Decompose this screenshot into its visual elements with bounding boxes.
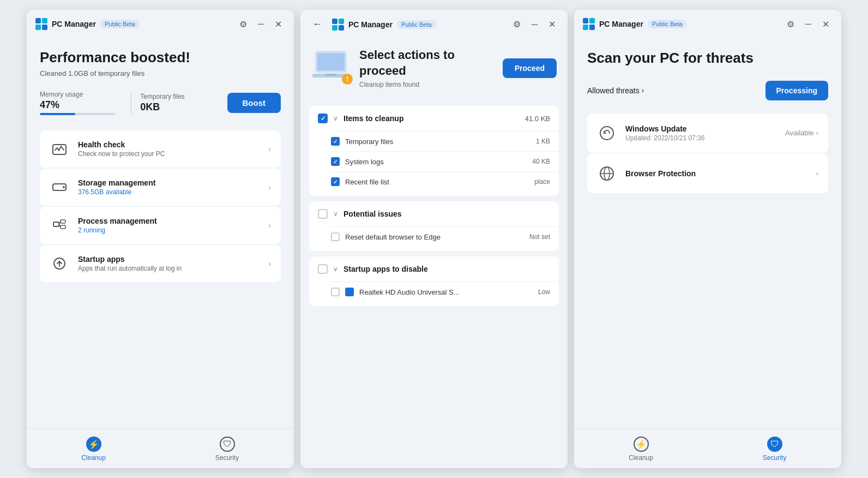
menu-item-storage[interactable]: Storage management 376.5GB available › (40, 169, 281, 206)
win3-footer: ⚡ Cleanup 🛡 Security (574, 428, 841, 468)
titlebar-1: PC Manager Public Beta ⚙ ─ ✕ (27, 10, 294, 38)
startup-subitems: Realtek HD Audio Universal S... Low (309, 282, 559, 306)
system-logs-checkbox[interactable]: ✓ (331, 157, 340, 166)
health-sub: Check now to protect your PC (78, 150, 260, 158)
windows-update-action-text: Available (785, 129, 814, 137)
stat-divider (131, 92, 131, 114)
back-button-2[interactable]: ← (309, 16, 326, 32)
footer-tab-security-1[interactable]: 🛡 Security (160, 429, 294, 468)
sub-item-realtek[interactable]: Realtek HD Audio Universal S... Low (331, 282, 559, 302)
allowed-threats-link[interactable]: Allowed threats › (587, 86, 644, 95)
app-title-1: PC Manager (52, 20, 96, 28)
menu-item-process[interactable]: Process management 2 running › (40, 207, 281, 244)
win2-body: ✓ ∨ Items to cleanup 41.0 KB ✓ Temporary… (300, 99, 568, 468)
section-header-startup[interactable]: ∨ Startup apps to disable (309, 256, 559, 282)
memory-stat: Memory usage 47% (40, 91, 122, 115)
process-text: Process management 2 running (78, 217, 260, 234)
section-header-cleanup[interactable]: ✓ ∨ Items to cleanup 41.0 KB (309, 106, 559, 131)
close-button-3[interactable]: ✕ (819, 17, 833, 32)
browser-reset-checkbox[interactable] (331, 232, 340, 241)
sub-item-system-logs[interactable]: ✓ System logs 40 KB (331, 151, 559, 171)
svg-rect-24 (583, 25, 588, 30)
security-tab-icon-3: 🛡 (767, 437, 782, 452)
close-button-1[interactable]: ✕ (272, 17, 285, 32)
footer-tab-cleanup-3[interactable]: ⚡ Cleanup (574, 429, 708, 468)
sub-item-recent-files[interactable]: ✓ Recent file list place (331, 171, 559, 192)
browser-protection-action: › (816, 169, 818, 177)
minimize-button-2[interactable]: ─ (528, 17, 541, 32)
performance-subtitle: Cleaned 1.0GB of temporary files (40, 69, 281, 77)
realtek-label: Realtek HD Audio Universal S... (359, 288, 533, 296)
minimize-button-3[interactable]: ─ (802, 17, 815, 31)
processing-button[interactable]: Processing (765, 81, 828, 100)
window-1: PC Manager Public Beta ⚙ ─ ✕ Performance… (27, 10, 294, 468)
realtek-size: Low (538, 288, 550, 296)
section-header-issues[interactable]: ∨ Potential issues (309, 201, 559, 226)
cleanup-checkbox[interactable]: ✓ (318, 113, 328, 123)
browser-reset-size: Not set (529, 233, 550, 241)
storage-chevron-icon: › (268, 183, 271, 192)
realtek-checkbox[interactable] (331, 288, 340, 296)
app-title-3: PC Manager (599, 20, 643, 28)
cleanup-tab-icon-3: ⚡ (634, 437, 649, 452)
startup-label: Startup apps to disable (343, 265, 545, 273)
beta-badge-3: Public Beta (648, 20, 687, 28)
temp-files-checkbox[interactable]: ✓ (331, 137, 340, 146)
startup-checkbox[interactable] (318, 264, 328, 274)
svg-rect-15 (339, 19, 344, 24)
sub-item-temp-files[interactable]: ✓ Temporary files 1 KB (331, 131, 559, 151)
win1-content: Performance boosted! Cleaned 1.0GB of te… (27, 38, 294, 428)
menu-item-startup[interactable]: Startup apps Apps that run automatically… (40, 245, 281, 282)
menu-item-health[interactable]: Health check Check now to protect your P… (40, 130, 281, 168)
beta-badge-1: Public Beta (100, 20, 140, 28)
app-logo-2 (332, 19, 344, 31)
settings-button-2[interactable]: ⚙ (510, 17, 524, 32)
memory-bar-fill (40, 113, 75, 115)
cleanup-chevron-icon: ∨ (333, 115, 338, 122)
allowed-threats-text: Allowed threats (587, 86, 640, 95)
windows-update-sub: Updated: 2022/10/21 07:36 (625, 134, 776, 142)
allowed-threats-chevron-icon: › (642, 86, 644, 94)
storage-text: Storage management 376.5GB available (78, 178, 260, 196)
sec-item-windows-update[interactable]: Windows Update Updated: 2022/10/21 07:36… (587, 113, 828, 153)
settings-button-3[interactable]: ⚙ (783, 17, 798, 32)
hero-text: Select actions to proceed Cleanup items … (359, 47, 494, 88)
win3-content: Scan your PC for threats Allowed threats… (574, 38, 841, 428)
memory-label: Memory usage (40, 91, 116, 98)
browser-protection-title: Browser Protection (625, 169, 807, 178)
sec-item-browser-protection[interactable]: Browser Protection › (587, 154, 828, 193)
windows-update-icon (597, 123, 617, 143)
boost-button[interactable]: Boost (227, 93, 281, 113)
recent-files-checkbox[interactable]: ✓ (331, 177, 340, 186)
proceed-button[interactable]: Proceed (503, 58, 557, 78)
win2-header: ! Select actions to proceed Cleanup item… (300, 39, 568, 99)
window-2: ← PC Manager Public Beta ⚙ ─ ✕ (300, 10, 568, 468)
stats-row: Memory usage 47% Temporary files 0KB Boo… (40, 91, 281, 115)
issues-chevron-icon: ∨ (333, 210, 338, 218)
issues-label: Potential issues (343, 210, 545, 218)
svg-rect-3 (42, 25, 47, 30)
browser-protection-text: Browser Protection (625, 169, 807, 178)
app-title-2: PC Manager (348, 20, 393, 29)
svg-rect-2 (35, 25, 41, 30)
sub-item-browser-reset[interactable]: Reset default browser to Edge Not set (331, 226, 559, 247)
temp-stat: Temporary files 0KB (140, 93, 222, 113)
app-logo-1 (35, 18, 47, 30)
settings-button-1[interactable]: ⚙ (236, 17, 250, 32)
svg-rect-19 (317, 53, 345, 70)
menu-list: Health check Check now to protect your P… (40, 130, 281, 282)
footer-tab-security-3[interactable]: 🛡 Security (708, 429, 841, 468)
minimize-button-1[interactable]: ─ (255, 17, 267, 31)
close-button-2[interactable]: ✕ (545, 17, 559, 32)
footer-tab-cleanup-1[interactable]: ⚡ Cleanup (27, 429, 160, 468)
windows-update-title: Windows Update (625, 124, 776, 133)
svg-rect-17 (339, 25, 344, 31)
svg-rect-1 (42, 18, 47, 23)
hero-icon-wrap: ! (311, 47, 351, 82)
issues-checkbox[interactable] (318, 209, 328, 219)
recent-files-label: Recent file list (345, 178, 529, 186)
security-tab-label-1: Security (215, 454, 239, 462)
security-tab-icon-1: 🛡 (220, 437, 235, 452)
storage-icon (50, 177, 69, 197)
startup-sub: Apps that run automatically at log in (78, 265, 260, 272)
